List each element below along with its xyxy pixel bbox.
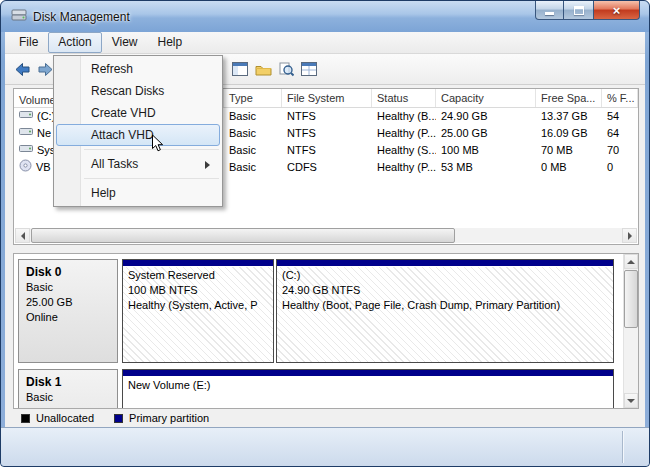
drive-icon (19, 142, 33, 159)
partition-name: System Reserved (123, 267, 273, 282)
disk-name: Disk 1 (26, 375, 110, 390)
volume-capacity: 25.00 GB (436, 125, 536, 142)
disk-graphical-view: Disk 0 Basic 25.00 GB Online System Rese… (13, 253, 639, 409)
partition-c[interactable]: (C:) 24.90 GB NTFS Healthy (Boot, Page F… (276, 259, 614, 363)
volume-status: Healthy (S... (372, 142, 436, 159)
close-icon: × (613, 3, 621, 18)
console-tree-icon[interactable] (229, 58, 251, 80)
menu-item-attach-vhd[interactable]: Attach VHD (56, 124, 220, 146)
partition-status: Healthy (Boot, Page File, Crash Dump, Pr… (277, 297, 613, 312)
volume-free-space: 16.09 GB (536, 125, 602, 142)
drive-icon (19, 108, 33, 125)
scroll-down-icon[interactable] (624, 393, 638, 408)
menu-file[interactable]: File (9, 32, 48, 53)
volume-percent-free: 64 (602, 125, 638, 142)
volume-status: Healthy (P... (372, 125, 436, 142)
legend-primary-partition: Primary partition (129, 412, 209, 424)
cursor-icon (151, 134, 164, 156)
volume-free-space: 0 MB (536, 159, 602, 176)
volume-file-system: NTFS (282, 142, 372, 159)
title-bar[interactable]: Disk Management × (1, 1, 649, 32)
legend-bar: Unallocated Primary partition (13, 409, 639, 427)
volume-status: Healthy (B... (372, 108, 436, 125)
disk-name: Disk 0 (26, 265, 110, 280)
disk-management-window: Disk Management × File Action View Help (0, 0, 650, 467)
drive-icon (19, 125, 33, 142)
minimize-button[interactable] (535, 1, 564, 20)
disk0-label[interactable]: Disk 0 Basic 25.00 GB Online (18, 259, 118, 363)
disk-status: Online (26, 310, 110, 325)
primary-partition-strip (123, 260, 273, 267)
partition-name: New Volume (E:) (123, 377, 613, 392)
back-icon[interactable] (11, 58, 33, 80)
volume-type: Basic (224, 125, 282, 142)
window-title: Disk Management (33, 10, 130, 24)
volume-file-system: CDFS (282, 159, 372, 176)
volume-capacity: 100 MB (436, 142, 536, 159)
partition-system-reserved[interactable]: System Reserved 100 MB NTFS Healthy (Sys… (122, 259, 274, 363)
volume-percent-free: 0 (602, 159, 638, 176)
volume-free-space: 13.37 GB (536, 108, 602, 125)
column-free-space[interactable]: Free Spa... (536, 89, 602, 107)
column-file-system[interactable]: File System (282, 89, 372, 107)
scroll-up-icon[interactable] (624, 254, 638, 269)
menu-separator (84, 178, 219, 179)
menu-item-all-tasks[interactable]: All Tasks (56, 153, 220, 175)
disk-management-icon[interactable] (11, 7, 27, 26)
volume-file-system: NTFS (282, 125, 372, 142)
scrollbar-thumb[interactable] (624, 270, 638, 328)
volume-free-space: 70 MB (536, 142, 602, 159)
close-button[interactable]: × (593, 1, 640, 20)
volume-capacity: 24.90 GB (436, 108, 536, 125)
disk-type: Basic (26, 280, 110, 295)
minimize-icon (545, 12, 554, 15)
partition-status: Healthy (System, Active, P (123, 297, 273, 312)
volume-capacity: 53 MB (436, 159, 536, 176)
resize-grip[interactable] (622, 431, 623, 463)
column-capacity[interactable]: Capacity (436, 89, 536, 107)
maximize-icon (574, 6, 584, 15)
window-controls: × (535, 1, 640, 20)
action-menu: Refresh Rescan Disks Create VHD Attach V… (53, 55, 223, 207)
disk1-label[interactable]: Disk 1 Basic (18, 369, 118, 409)
menu-item-create-vhd[interactable]: Create VHD (56, 102, 220, 124)
column-percent-free[interactable]: % F... (602, 89, 638, 107)
volume-status: Healthy (P... (372, 159, 436, 176)
volume-percent-free: 54 (602, 108, 638, 125)
scroll-left-icon[interactable] (15, 228, 30, 243)
horizontal-scrollbar[interactable] (15, 228, 637, 243)
column-status[interactable]: Status (372, 89, 436, 107)
primary-partition-strip (123, 370, 613, 377)
legend-unallocated: Unallocated (36, 412, 94, 424)
partition-name: (C:) (277, 267, 613, 282)
status-bar (1, 427, 649, 466)
column-type[interactable]: Type (224, 89, 282, 107)
menu-item-help[interactable]: Help (56, 182, 220, 204)
menu-item-refresh[interactable]: Refresh (56, 58, 220, 80)
partition-size: 24.90 GB NTFS (277, 282, 613, 297)
vertical-scrollbar[interactable] (623, 254, 638, 408)
menu-action[interactable]: Action (48, 32, 101, 53)
volume-type: Basic (224, 108, 282, 125)
partition-size: 100 MB NTFS (123, 282, 273, 297)
volume-name: VB (36, 159, 51, 176)
unallocated-swatch (21, 414, 30, 423)
scrollbar-thumb[interactable] (31, 228, 455, 243)
folder-icon[interactable] (252, 58, 274, 80)
submenu-arrow-icon (205, 161, 210, 169)
maximize-button[interactable] (564, 1, 593, 20)
disk-type: Basic (26, 390, 110, 405)
volume-file-system: NTFS (282, 108, 372, 125)
scroll-right-icon[interactable] (622, 228, 637, 243)
primary-partition-strip (277, 260, 613, 267)
menu-help[interactable]: Help (148, 32, 193, 53)
menu-view[interactable]: View (102, 32, 148, 53)
cd-icon (19, 159, 32, 176)
toolbar-icon-group (229, 58, 321, 80)
disk-view-icon[interactable] (298, 58, 320, 80)
menu-item-rescan-disks[interactable]: Rescan Disks (56, 80, 220, 102)
volume-type: Basic (224, 159, 282, 176)
search-icon[interactable] (275, 58, 297, 80)
primary-partition-swatch (114, 414, 123, 423)
partition-new-volume-e[interactable]: New Volume (E:) (122, 369, 614, 409)
